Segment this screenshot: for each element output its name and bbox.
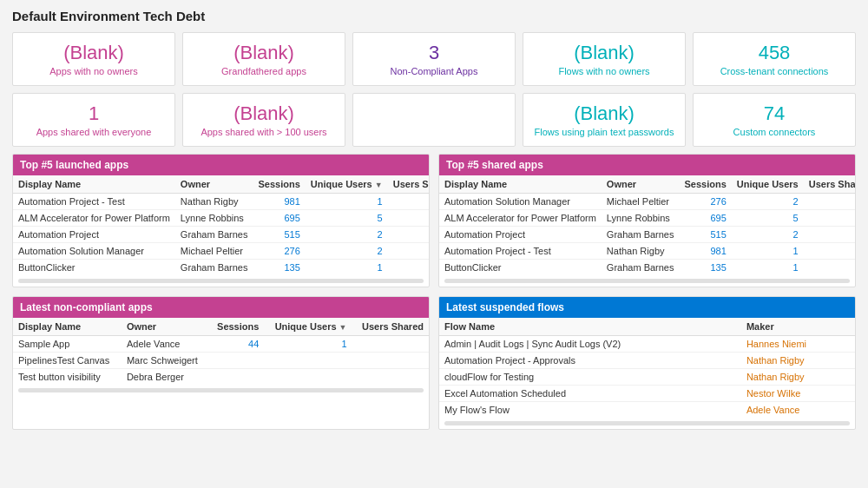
cell-maker: Nestor Wilke	[741, 386, 855, 402]
metric-value-flows-plaintext: (Blank)	[530, 102, 678, 125]
metric-flows-no-owners: (Blank) Flows with no owners	[523, 32, 686, 86]
cell-flow-name: Excel Automation Scheduled	[439, 386, 741, 402]
col-maker[interactable]: Maker	[741, 318, 855, 336]
col-users-shared[interactable]: Users Shared	[804, 175, 856, 194]
suspended-flows-panel: Latest suspended flows Flow Name Maker A…	[438, 296, 856, 430]
col-sessions[interactable]: Sessions	[208, 318, 264, 336]
cell-name: ButtonClicker	[439, 260, 602, 276]
metric-label-apps-no-owners: Apps with no owners	[20, 66, 168, 76]
cell-shared	[804, 260, 856, 276]
metric-label-shared-everyone: Apps shared with everyone	[20, 127, 168, 137]
cell-maker: Nathan Rigby	[741, 369, 855, 386]
col-unique-users[interactable]: Unique Users ▼	[306, 175, 388, 194]
cell-owner: Graham Barnes	[175, 227, 253, 243]
metric-label-flows-no-owners: Flows with no owners	[530, 66, 678, 76]
col-owner[interactable]: Owner	[122, 318, 208, 336]
cell-name: Automation Project	[13, 227, 175, 243]
scrollbar-hint[interactable]	[444, 421, 850, 425]
cell-name: Automation Solution Manager	[13, 243, 175, 260]
metric-value-shared-everyone: 1	[20, 102, 168, 125]
scrollbar-hint[interactable]	[444, 279, 850, 283]
cell-unique: 5	[732, 210, 804, 227]
cell-owner: Graham Barnes	[175, 260, 253, 276]
cell-shared	[388, 243, 430, 260]
metric-value-grandfathered: (Blank)	[190, 42, 338, 64]
col-sessions[interactable]: Sessions	[253, 175, 306, 194]
cell-owner: Graham Barnes	[602, 227, 680, 243]
cell-sessions	[208, 353, 264, 369]
table-row: Test button visibility Debra Berger	[13, 369, 429, 386]
cell-unique	[264, 353, 352, 369]
col-unique-users[interactable]: Unique Users ▼	[264, 318, 352, 336]
metric-value-custom-connectors: 74	[700, 102, 848, 125]
cell-owner: Debra Berger	[122, 369, 208, 386]
col-users-shared[interactable]: Users Shared	[388, 175, 430, 194]
col-display-name[interactable]: Display Name	[13, 318, 122, 336]
top-launched-apps-table: Display Name Owner Sessions Unique Users…	[13, 175, 430, 275]
cell-unique: 1	[306, 260, 388, 276]
scrollbar-hint[interactable]	[18, 388, 424, 392]
cell-unique: 1	[732, 243, 804, 260]
cell-sessions: 981	[253, 194, 306, 210]
suspended-flows-header: Latest suspended flows	[439, 297, 855, 318]
col-flow-name[interactable]: Flow Name	[439, 318, 741, 336]
cell-name: Test button visibility	[13, 369, 122, 386]
metric-apps-shared-100: (Blank) Apps shared with > 100 users	[182, 93, 345, 147]
top-shared-apps-header: Top #5 shared apps	[439, 155, 855, 175]
sort-icon: ▼	[339, 323, 347, 332]
cell-sessions: 695	[253, 210, 306, 227]
col-display-name[interactable]: Display Name	[439, 175, 602, 194]
col-display-name[interactable]: Display Name	[13, 175, 175, 194]
col-users-shared[interactable]: Users Shared	[352, 318, 429, 336]
table-row: Automation Project - Approvals Nathan Ri…	[439, 353, 855, 369]
col-unique-users[interactable]: Unique Users	[732, 175, 804, 194]
table-row: Automation Project Graham Barnes 515 2	[13, 227, 430, 243]
metric-label-non-compliant: Non-Compliant Apps	[360, 66, 508, 76]
cell-flow-name: cloudFlow for Testing	[439, 369, 741, 386]
cell-owner: Michael Peltier	[602, 194, 680, 210]
scrollbar-hint[interactable]	[18, 279, 424, 283]
cell-unique: 2	[732, 194, 804, 210]
table-row: cloudFlow for Testing Nathan Rigby	[439, 369, 855, 386]
col-owner[interactable]: Owner	[602, 175, 680, 194]
bottom-tables-row: Latest non-compliant apps Display Name O…	[12, 296, 856, 430]
metric-label-flows-plaintext: Flows using plain text passwords	[530, 127, 678, 137]
cell-maker: Adele Vance	[741, 402, 855, 419]
metric-apps-shared-everyone: 1 Apps shared with everyone	[12, 93, 175, 147]
sort-icon: ▼	[375, 181, 383, 189]
cell-sessions: 135	[253, 260, 306, 276]
cell-shared	[388, 227, 430, 243]
col-sessions[interactable]: Sessions	[680, 175, 732, 194]
cell-owner: Nathan Rigby	[602, 243, 680, 260]
non-compliant-apps-header: Latest non-compliant apps	[13, 297, 429, 318]
cell-shared	[352, 336, 429, 353]
metric-value-shared-100: (Blank)	[190, 102, 338, 125]
metric-non-compliant: 3 Non-Compliant Apps	[352, 32, 516, 86]
metric-value-non-compliant: 3	[360, 42, 508, 64]
table-row: Automation Solution Manager Michael Pelt…	[439, 194, 856, 210]
cell-owner: Marc Schweigert	[122, 353, 208, 369]
metric-label-custom-connectors: Custom connectors	[700, 127, 848, 137]
metric-flows-plaintext: (Blank) Flows using plain text passwords	[523, 93, 686, 147]
table-row: PipelinesTest Canvas Marc Schweigert	[13, 353, 429, 369]
cell-shared	[388, 260, 430, 276]
page-title: Default Environment Tech Debt	[12, 9, 856, 23]
cell-shared	[352, 353, 429, 369]
top-tables-row: Top #5 launched apps Display Name Owner …	[12, 154, 856, 287]
metric-label-shared-100: Apps shared with > 100 users	[190, 127, 338, 137]
cell-sessions	[208, 369, 264, 386]
cell-name: Automation Solution Manager	[439, 194, 602, 210]
cell-shared	[804, 194, 856, 210]
cell-name: ButtonClicker	[13, 260, 175, 276]
cell-owner: Nathan Rigby	[175, 194, 253, 210]
cell-name: Automation Project - Test	[439, 243, 602, 260]
cell-unique	[264, 369, 352, 386]
col-owner[interactable]: Owner	[175, 175, 253, 194]
cell-unique: 5	[306, 210, 388, 227]
suspended-flows-table: Flow Name Maker Admin | Audit Logs | Syn…	[439, 318, 855, 418]
cell-shared	[804, 210, 856, 227]
cell-owner: Graham Barnes	[602, 260, 680, 276]
cell-unique: 1	[732, 260, 804, 276]
top-launched-apps-panel: Top #5 launched apps Display Name Owner …	[12, 154, 430, 287]
cell-owner: Lynne Robbins	[175, 210, 253, 227]
